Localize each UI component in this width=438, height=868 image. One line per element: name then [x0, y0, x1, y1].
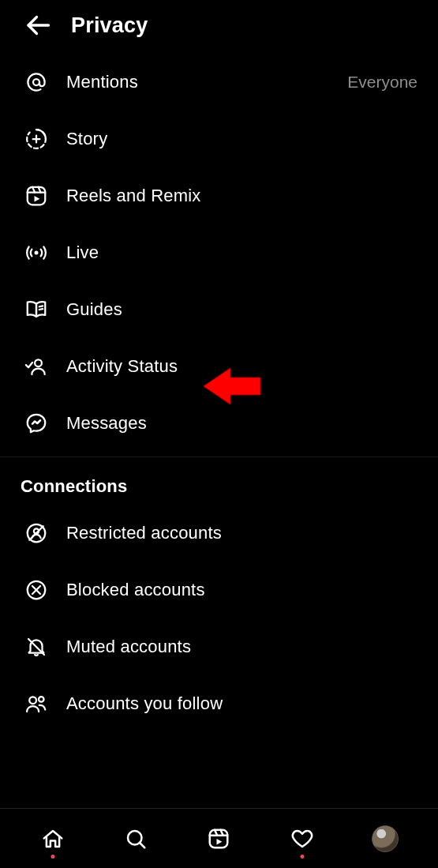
nav-activity[interactable]: [286, 822, 319, 855]
content: Mentions Everyone Story Reels and Remix: [0, 54, 438, 808]
muted-bell-icon: [24, 634, 49, 659]
messenger-icon: [24, 411, 49, 436]
row-live[interactable]: Live: [0, 224, 438, 281]
svg-point-1: [33, 79, 39, 85]
row-restricted-accounts[interactable]: Restricted accounts: [0, 505, 438, 562]
row-label: Accounts you follow: [66, 693, 223, 714]
row-muted-accounts[interactable]: Muted accounts: [0, 618, 438, 675]
svg-point-9: [35, 251, 39, 255]
header: Privacy: [0, 0, 438, 54]
live-broadcast-icon: [24, 240, 49, 265]
svg-point-12: [35, 359, 42, 366]
page-title: Privacy: [71, 13, 148, 38]
annotation-arrow-icon: [202, 363, 264, 409]
row-label: Story: [66, 129, 107, 149]
restricted-icon: [24, 520, 49, 546]
home-icon: [41, 827, 65, 851]
heart-icon: [290, 827, 314, 851]
blocked-icon: [24, 577, 49, 603]
nav-search[interactable]: [119, 822, 152, 855]
row-label: Guides: [66, 299, 122, 320]
row-label: Activity Status: [66, 356, 178, 377]
bottom-nav: [0, 808, 438, 868]
back-arrow-icon[interactable]: [24, 11, 52, 39]
row-reels[interactable]: Reels and Remix: [0, 167, 438, 224]
row-label: Restricted accounts: [66, 523, 222, 543]
svg-rect-25: [210, 829, 228, 847]
svg-point-20: [29, 697, 36, 704]
row-story[interactable]: Story: [0, 111, 438, 167]
svg-line-10: [39, 306, 43, 306]
row-label: Messages: [66, 413, 147, 434]
people-icon: [24, 691, 49, 716]
nav-home[interactable]: [36, 822, 69, 855]
row-label: Muted accounts: [66, 637, 191, 657]
at-sign-icon: [24, 70, 49, 95]
guides-book-icon: [24, 297, 49, 322]
svg-line-11: [39, 309, 43, 310]
svg-line-24: [140, 843, 144, 847]
notification-dot-icon: [300, 855, 304, 859]
notification-dot-icon: [51, 855, 54, 859]
reels-icon: [207, 827, 230, 851]
search-icon: [124, 827, 148, 851]
row-label: Blocked accounts: [66, 580, 205, 600]
story-add-icon: [24, 126, 49, 152]
svg-marker-29: [217, 839, 223, 845]
section-title-connections: Connections: [0, 459, 438, 505]
row-mentions[interactable]: Mentions Everyone: [0, 54, 438, 111]
row-label: Reels and Remix: [66, 186, 201, 206]
row-guides[interactable]: Guides: [0, 281, 438, 338]
section-divider: [0, 457, 438, 457]
nav-profile[interactable]: [369, 822, 402, 855]
row-label: Live: [66, 242, 99, 263]
svg-rect-4: [28, 187, 46, 205]
profile-avatar-icon: [372, 825, 399, 852]
svg-point-21: [39, 697, 44, 702]
row-label: Mentions: [66, 72, 138, 92]
row-value: Everyone: [347, 73, 417, 92]
row-accounts-you-follow[interactable]: Accounts you follow: [0, 675, 438, 732]
row-blocked-accounts[interactable]: Blocked accounts: [0, 562, 438, 618]
activity-status-icon: [24, 354, 49, 379]
reels-icon: [24, 183, 49, 209]
svg-marker-8: [35, 196, 40, 202]
nav-reels[interactable]: [202, 822, 235, 855]
svg-marker-22: [204, 368, 260, 404]
